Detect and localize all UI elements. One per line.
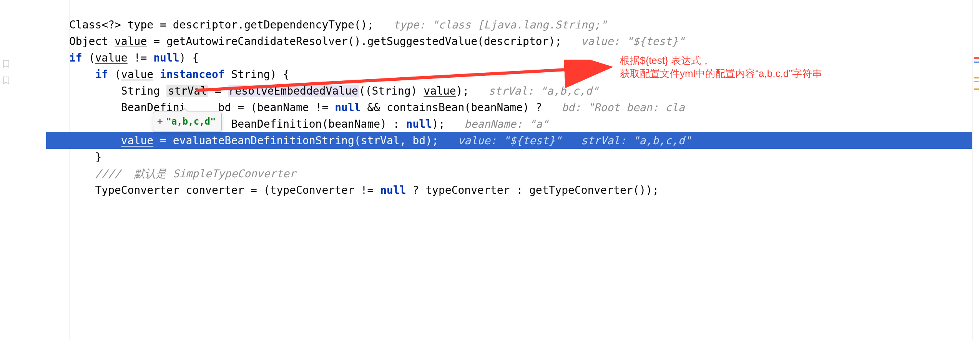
stripe-warning-marker[interactable] (974, 81, 979, 82)
tooltip-value: "a,b,c,d" (166, 113, 216, 130)
code-line[interactable]: TypeConverter converter = (typeConverter… (46, 182, 980, 198)
error-stripe[interactable] (972, 0, 980, 340)
stripe-error-marker[interactable] (974, 57, 979, 59)
bookmark-icon[interactable] (2, 76, 11, 85)
inline-hint: value: (581, 35, 626, 48)
editor: Class<?> type = descriptor.getDependency… (0, 0, 980, 340)
bookmark-icon[interactable] (2, 59, 11, 68)
code-line[interactable]: } (46, 149, 980, 165)
stripe-warning-marker[interactable] (974, 88, 979, 90)
inline-hint: strVal: (581, 134, 633, 147)
execution-line[interactable]: value = evaluateBeanDefinitionString(str… (46, 132, 980, 149)
code-area[interactable]: Class<?> type = descriptor.getDependency… (46, 0, 980, 340)
variable-strval[interactable]: strVal (166, 85, 208, 97)
inline-hint: type: (393, 18, 432, 31)
inline-hint: beanName: (464, 118, 529, 130)
debugger-value-tooltip[interactable]: + "a,b,c,d" (153, 112, 222, 132)
inline-hint: bd: (561, 101, 587, 114)
inline-hint: strVal: (488, 85, 540, 97)
user-annotation: 根据${test} 表达式， 获取配置文件yml中的配置内容“a,b,c,d”字… (620, 54, 822, 80)
code-line[interactable]: String strVal = resolveEmbeddedValue((St… (46, 83, 980, 99)
code-line[interactable]: if (value != null) { (46, 50, 980, 66)
expand-icon[interactable]: + (157, 113, 163, 130)
blank-line (46, 0, 980, 17)
code-line[interactable]: //// 默认是 SimpleTypeConverter (46, 165, 980, 182)
stripe-warning-marker[interactable] (974, 77, 979, 78)
code-line[interactable]: if (value instanceof String) { (46, 66, 980, 83)
inline-hint: value: (458, 134, 503, 147)
gutter[interactable] (0, 0, 46, 340)
code-line[interactable]: Class<?> type = descriptor.getDependency… (46, 17, 980, 33)
stripe-marker[interactable] (974, 62, 979, 63)
code-line[interactable]: Object value = getAutowireCandidateResol… (46, 33, 980, 50)
